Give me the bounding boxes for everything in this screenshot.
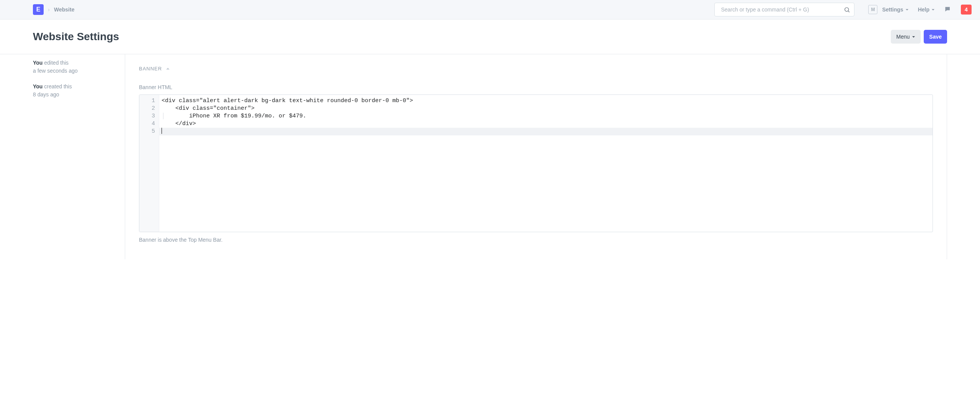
save-button[interactable]: Save — [924, 30, 947, 44]
breadcrumb-item[interactable]: Website — [54, 6, 74, 14]
activity-actor: You — [33, 83, 42, 89]
help-menu[interactable]: Help — [918, 6, 935, 14]
menu-button-label: Menu — [896, 34, 910, 40]
page-header: Website Settings Menu Save — [0, 20, 980, 54]
activity-action: edited this — [42, 60, 69, 66]
chat-icon[interactable] — [944, 6, 952, 13]
user-avatar[interactable]: M — [868, 5, 877, 14]
settings-menu[interactable]: Settings — [882, 6, 908, 14]
field-help-text: Banner is above the Top Menu Bar. — [139, 236, 933, 244]
activity-entry: You edited this a few seconds ago — [33, 59, 125, 75]
activity-time: a few seconds ago — [33, 67, 125, 75]
section-header-banner[interactable]: BANNER — [139, 65, 933, 73]
field-label-banner-html: Banner HTML — [139, 83, 933, 91]
code-content[interactable]: <div class="alert alert-dark bg-dark tex… — [159, 95, 933, 232]
activity-time: 8 days ago — [33, 91, 125, 99]
global-search[interactable] — [714, 3, 854, 16]
chevron-down-icon — [905, 8, 909, 11]
chevron-down-icon — [931, 8, 935, 11]
code-gutter: 12345 — [139, 95, 159, 232]
search-input[interactable] — [720, 6, 844, 13]
form-main: BANNER Banner HTML 12345 <div class="ale… — [125, 54, 947, 259]
app-logo[interactable]: E — [33, 4, 44, 15]
activity-actor: You — [33, 60, 42, 66]
svg-line-1 — [848, 11, 849, 12]
chevron-up-icon — [166, 67, 170, 71]
help-label: Help — [918, 6, 929, 14]
activity-entry: You created this 8 days ago — [33, 83, 125, 99]
breadcrumb-separator: › — [48, 5, 50, 14]
menu-button[interactable]: Menu — [891, 30, 921, 44]
page-title: Website Settings — [33, 29, 119, 45]
svg-point-0 — [845, 7, 849, 11]
section-title: BANNER — [139, 65, 162, 73]
settings-label: Settings — [882, 6, 903, 14]
activity-action: created this — [42, 83, 72, 89]
notification-badge[interactable]: 4 — [961, 5, 972, 15]
topbar: E › Website M Settings Help 4 — [0, 0, 980, 20]
search-icon — [844, 7, 850, 13]
chevron-down-icon — [912, 35, 915, 39]
activity-sidebar: You edited this a few seconds ago You cr… — [33, 54, 125, 259]
banner-html-editor[interactable]: 12345 <div class="alert alert-dark bg-da… — [139, 94, 933, 232]
